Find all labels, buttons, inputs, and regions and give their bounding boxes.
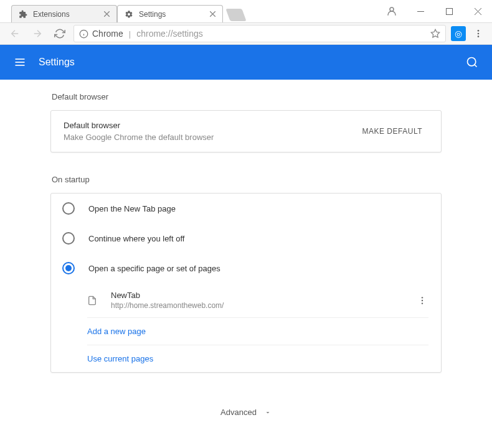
startup-page-title: NewTab — [111, 291, 416, 300]
tab-extensions[interactable]: Extensions — [11, 5, 117, 22]
svg-point-23 — [422, 302, 423, 304]
radio-specific-page[interactable]: Open a specific page or set of pages — [51, 253, 441, 283]
address-bar[interactable]: Chrome | chrome://settings — [73, 25, 446, 42]
window-maximize-button[interactable] — [435, 2, 463, 21]
forward-button[interactable] — [29, 25, 46, 42]
tab-settings[interactable]: Settings — [117, 5, 223, 22]
radio-icon — [62, 232, 75, 245]
gear-icon — [124, 9, 134, 19]
default-browser-card: Default browser Make Google Chrome the d… — [50, 110, 442, 152]
site-info-icon[interactable] — [79, 29, 88, 39]
browser-menu-button[interactable] — [471, 26, 486, 41]
extension-icon[interactable]: ◎ — [451, 26, 466, 41]
chevron-down-icon — [264, 409, 272, 416]
tab-close-icon[interactable] — [207, 9, 217, 19]
back-button[interactable] — [6, 25, 24, 42]
reload-button[interactable] — [51, 25, 69, 42]
menu-icon[interactable] — [12, 55, 27, 70]
svg-point-19 — [468, 58, 476, 66]
puzzle-icon — [18, 9, 28, 19]
startup-card: Open the New Tab page Continue where you… — [50, 193, 442, 373]
svg-point-15 — [478, 35, 480, 37]
svg-rect-2 — [446, 8, 452, 14]
page-icon — [86, 294, 98, 307]
use-current-pages-link[interactable]: Use current pages — [51, 345, 441, 372]
svg-marker-12 — [431, 29, 439, 37]
section-label-default-browser: Default browser — [50, 92, 442, 101]
svg-line-20 — [475, 65, 477, 67]
radio-icon — [62, 202, 75, 215]
settings-header: Settings — [0, 45, 492, 80]
address-label: Chrome — [92, 29, 123, 39]
make-default-button[interactable]: MAKE DEFAULT — [356, 122, 428, 141]
bookmark-star-icon[interactable] — [430, 29, 440, 39]
svg-point-0 — [390, 7, 394, 11]
radio-continue[interactable]: Continue where you left off — [51, 223, 441, 253]
tab-title: Settings — [139, 10, 207, 19]
startup-page-url: http://home.streamontheweb.com/ — [111, 301, 416, 310]
section-label-startup: On startup — [50, 175, 442, 184]
add-new-page-link[interactable]: Add a new page — [51, 318, 441, 345]
tab-title: Extensions — [33, 10, 102, 19]
radio-icon — [62, 262, 75, 274]
tab-close-icon[interactable] — [102, 9, 111, 19]
page-menu-button[interactable] — [416, 294, 428, 307]
svg-point-13 — [478, 30, 480, 32]
svg-point-22 — [422, 299, 423, 301]
window-minimize-button[interactable] — [406, 2, 435, 21]
page-title: Settings — [39, 57, 465, 68]
window-close-button[interactable] — [463, 2, 492, 21]
toolbar: Chrome | chrome://settings ◎ — [0, 22, 492, 45]
new-tab-button[interactable] — [225, 9, 246, 21]
address-url: chrome://settings — [136, 29, 203, 39]
startup-page-item: NewTab http://home.streamontheweb.com/ — [51, 283, 441, 317]
svg-point-21 — [422, 297, 423, 298]
advanced-toggle[interactable]: Advanced — [50, 395, 442, 442]
svg-point-14 — [478, 33, 480, 35]
default-browser-subtitle: Make Google Chrome the default browser — [64, 133, 356, 142]
radio-open-new-tab[interactable]: Open the New Tab page — [51, 194, 441, 223]
default-browser-title: Default browser — [64, 121, 356, 130]
account-icon[interactable] — [377, 2, 406, 21]
search-icon[interactable] — [465, 55, 480, 70]
